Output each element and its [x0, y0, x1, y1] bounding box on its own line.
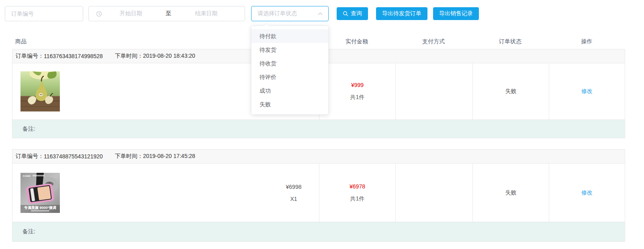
goods-cell: 专属美颜 9000°微调 CASIO ¥6998 X1 [12, 164, 319, 222]
status-option-pending-receipt[interactable]: 待收货 [251, 57, 328, 70]
order-time-label: 下单时间： [115, 153, 143, 159]
unit-price-block: ¥6998 X1 [280, 184, 308, 202]
order-status-value: 失败 [505, 189, 517, 196]
order-number-input[interactable] [5, 6, 83, 21]
header-order-status: 订单状态 [472, 38, 548, 45]
clock-icon [96, 11, 102, 17]
status-option-pending-shipment[interactable]: 待发货 [251, 43, 328, 57]
search-button-label: 查询 [351, 10, 362, 17]
magnifier-icon [343, 11, 348, 16]
export-pending-orders-button[interactable]: 导出待发货订单 [376, 7, 427, 20]
order-card-header: 订单编号：1163748875543121920 下单时间：2019-08-20… [12, 150, 625, 164]
action-cell: 修改 [549, 63, 625, 119]
order-status-dropdown: 待付款 待发货 待收货 待评价 成功 失败 [251, 26, 329, 115]
end-date-placeholder[interactable]: 结束日期 [178, 10, 235, 17]
date-range-picker[interactable]: 开始日期 至 结束日期 [88, 6, 245, 21]
order-time-value: 2019-08-20 17:45:28 [143, 153, 195, 159]
product-image-brand: CASIO [23, 175, 31, 177]
status-option-pending-payment[interactable]: 待付款 [251, 29, 328, 43]
paid-amount-cell: ¥6978 共1件 [319, 164, 395, 222]
order-number-label: 订单编号： [16, 153, 44, 160]
edit-order-link[interactable]: 修改 [581, 189, 593, 196]
remark-label: 备注: [22, 126, 35, 133]
paid-count: 共1件 [350, 94, 365, 101]
order-status-cell: 失败 [472, 63, 549, 119]
order-status-value: 失败 [505, 88, 517, 95]
status-option-success[interactable]: 成功 [251, 84, 328, 97]
header-paid-amount: 实付金额 [319, 38, 395, 45]
order-number-value: 1163748875543121920 [44, 153, 103, 160]
order-row: 专属美颜 9000°微调 CASIO ¥6998 X1 ¥6978 共1件 [12, 164, 625, 222]
status-option-pending-review[interactable]: 待评价 [251, 70, 328, 84]
filter-toolbar: 开始日期 至 结束日期 请选择订单状态 查询 导出待发货订单 导出销售记录 待付… [5, 6, 644, 21]
order-time-label: 下单时间： [115, 53, 143, 59]
product-image-pear [20, 71, 60, 111]
unit-price: ¥6998 [280, 184, 308, 190]
order-status-select[interactable]: 请选择订单状态 [251, 6, 329, 21]
order-card: 订单编号：1163748875543121920 下单时间：2019-08-20… [12, 149, 625, 242]
paid-amount: ¥6978 [350, 183, 365, 190]
quantity: X1 [280, 196, 308, 202]
order-time-value: 2019-08-20 18:43:20 [143, 53, 195, 59]
status-option-failed[interactable]: 失败 [251, 97, 328, 111]
date-range-separator: 至 [160, 10, 178, 17]
paid-count: 共1件 [350, 195, 365, 202]
paid-amount: ¥999 [350, 82, 365, 88]
paid-amount-cell: ¥999 共1件 [319, 63, 395, 119]
chevron-up-icon [318, 12, 323, 15]
start-date-placeholder[interactable]: 开始日期 [102, 10, 160, 17]
header-action: 操作 [548, 38, 625, 45]
order-status-cell: 失败 [472, 164, 549, 222]
status-select-placeholder: 请选择订单状态 [251, 10, 318, 17]
order-number-value: 1163763438174998528 [44, 53, 103, 59]
edit-order-link[interactable]: 修改 [581, 88, 593, 95]
order-remark-row: 备注: [12, 222, 625, 241]
remark-label: 备注: [22, 228, 35, 235]
product-image-camera: 专属美颜 9000°微调 CASIO [20, 173, 60, 213]
product-image-caption: 专属美颜 9000°微调 [24, 205, 56, 210]
search-button[interactable]: 查询 [337, 7, 368, 20]
action-cell: 修改 [549, 164, 625, 222]
export-sales-records-button[interactable]: 导出销售记录 [433, 7, 479, 20]
pay-method-cell [395, 164, 472, 222]
order-remark-row: 备注: [12, 119, 625, 138]
header-pay-method: 支付方式 [395, 38, 472, 45]
order-number-label: 订单编号： [16, 53, 44, 60]
pay-method-cell [395, 63, 472, 119]
